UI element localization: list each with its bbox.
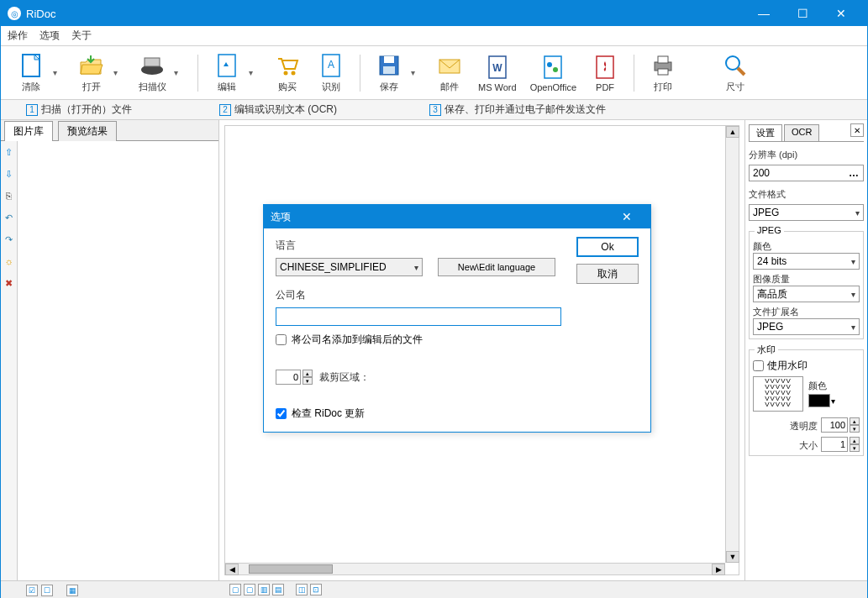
svg-point-17 [553,67,558,72]
openoffice-icon [539,54,566,81]
app-icon: ◎ [8,7,21,20]
use-watermark-checkbox[interactable]: 使用水印 [753,359,860,373]
pdf-icon [592,54,618,81]
svg-point-6 [292,71,296,76]
ocr-icon: A [318,52,345,79]
menu-about[interactable]: 关于 [71,29,92,43]
brightness-icon[interactable]: ☼ [3,255,15,267]
clear-button[interactable]: 清除 [11,50,51,95]
color-label: 颜色 [753,240,860,253]
svg-rect-21 [658,69,668,75]
edit-button[interactable]: 编辑 [207,50,247,95]
grid-view-button[interactable]: ▦ [66,585,78,596]
image-list [18,141,218,580]
rotate-right-icon[interactable]: ↷ [3,233,15,245]
dialog-close-button[interactable]: ✕ [610,205,644,228]
delete-icon[interactable]: ✖ [3,277,15,289]
quality-select[interactable]: 高品质 [753,286,860,302]
save-icon [376,52,402,79]
folder-open-icon [78,52,105,79]
view-mode-5[interactable]: ◫ [296,584,308,595]
new-edit-language-button[interactable]: New\Edit language [438,258,555,276]
language-label: 语言 [276,239,561,253]
watermark-group: 水印 使用水印 VVVVVVVVVVVVVVVVVVVVVVVVV 颜色 ▾ 透… [749,349,864,456]
scanner-button[interactable]: 扫描仪 [132,50,172,95]
cancel-button[interactable]: 取消 [576,264,639,284]
svg-rect-2 [145,58,160,66]
opacity-label: 透明度 [790,420,818,433]
crop-spinner[interactable]: ▴▾ [276,370,313,385]
clear-dropdown[interactable]: ▾ [53,68,63,77]
menu-options[interactable]: 选项 [39,29,60,43]
view-mode-6[interactable]: ⊡ [310,584,322,595]
hint-2-icon: 2 [219,104,231,116]
save-button[interactable]: 保存 [369,50,409,95]
wm-size-spinner[interactable]: ▴▾ [821,437,860,452]
company-input[interactable] [276,307,561,326]
check-update-checkbox[interactable]: 检查 RiDoc 更新 [276,407,561,421]
statusbar: ☑ ☐ ▦ [1,580,867,598]
msword-button[interactable]: W MS Word [473,52,522,94]
fileformat-select[interactable]: JPEG [749,204,864,221]
quality-label: 图像质量 [753,273,860,286]
word-icon: W [484,54,511,81]
view-mode-3[interactable]: ▥ [258,584,270,595]
view-mode-2[interactable]: ▢ [244,584,255,595]
arrow-down-icon[interactable]: ⇩ [3,168,15,180]
tab-ocr[interactable]: OCR [784,124,819,142]
svg-text:W: W [492,62,502,74]
printer-icon [650,52,676,79]
right-panel: 设置 OCR ✕ 分辨率 (dpi) 200… 文件格式 JPEG JPEG 颜… [745,120,867,580]
ext-label: 文件扩展名 [753,306,860,318]
svg-point-5 [284,71,288,76]
tab-settings[interactable]: 设置 [749,124,782,142]
mail-button[interactable]: 邮件 [429,50,470,95]
check-all-button[interactable]: ☑ [26,585,38,596]
open-button[interactable]: 打开 [71,50,112,95]
openoffice-button[interactable]: OpenOffice [525,52,581,94]
ok-button[interactable]: Ok [576,237,639,257]
svg-rect-10 [384,56,394,63]
menu-action[interactable]: 操作 [8,29,28,43]
minimize-button[interactable]: — [744,1,783,26]
append-company-checkbox[interactable]: 将公司名添加到编辑后的文件 [276,333,561,347]
arrow-up-icon[interactable]: ⇧ [3,146,15,158]
wm-color-button[interactable] [808,394,830,407]
resolution-input[interactable]: 200… [749,165,864,181]
ext-select[interactable]: JPEG [753,318,860,335]
wm-size-label: 大小 [799,439,818,452]
close-button[interactable]: ✕ [822,1,860,26]
print-button[interactable]: 打印 [643,50,683,95]
edit-dropdown[interactable]: ▾ [249,68,259,77]
svg-line-23 [738,68,744,75]
copy-icon[interactable]: ⎘ [3,190,15,202]
maximize-button[interactable]: ☐ [783,1,822,26]
tab-preview[interactable]: 预览结果 [58,121,117,141]
center-bottom-toolbar: ▢ ▢ ▥ ▤ ◫ ⊡ [229,584,322,595]
opacity-spinner[interactable]: ▴▾ [821,417,860,433]
ocr-button[interactable]: A 识别 [311,50,351,95]
view-mode-4[interactable]: ▤ [272,584,284,595]
svg-text:A: A [328,59,334,71]
open-dropdown[interactable]: ▾ [113,68,124,77]
hint-1-icon: 1 [26,104,38,116]
buy-button[interactable]: 购买 [267,50,308,95]
vertical-scrollbar[interactable]: ▲▼ [725,126,739,563]
toolbar: 清除 ▾ 打开 ▾ 扫描仪 ▾ 编辑 ▾ 购买 A 识别 [1,46,867,100]
svg-point-16 [547,62,552,67]
watermark-preview[interactable]: VVVVVVVVVVVVVVVVVVVVVVVVV [753,376,803,412]
language-select[interactable]: CHINESE_SIMPLIFIED [276,258,423,276]
uncheck-all-button[interactable]: ☐ [41,585,53,596]
horizontal-scrollbar[interactable]: ◀▶ [225,563,725,574]
tab-image-lib[interactable]: 图片库 [4,121,53,141]
panel-close-button[interactable]: ✕ [850,123,864,137]
color-select[interactable]: 24 bits [753,253,860,270]
options-dialog: 选项 ✕ 语言 CHINESE_SIMPLIFIED New\Edit lang… [263,204,651,433]
crop-label: 裁剪区域： [319,370,370,385]
view-mode-1[interactable]: ▢ [229,584,241,595]
rotate-left-icon[interactable]: ↶ [3,212,15,223]
size-button[interactable]: 尺寸 [715,50,755,95]
scanner-dropdown[interactable]: ▾ [174,68,184,77]
pdf-button[interactable]: PDF [585,52,625,94]
save-dropdown[interactable]: ▾ [411,68,421,77]
